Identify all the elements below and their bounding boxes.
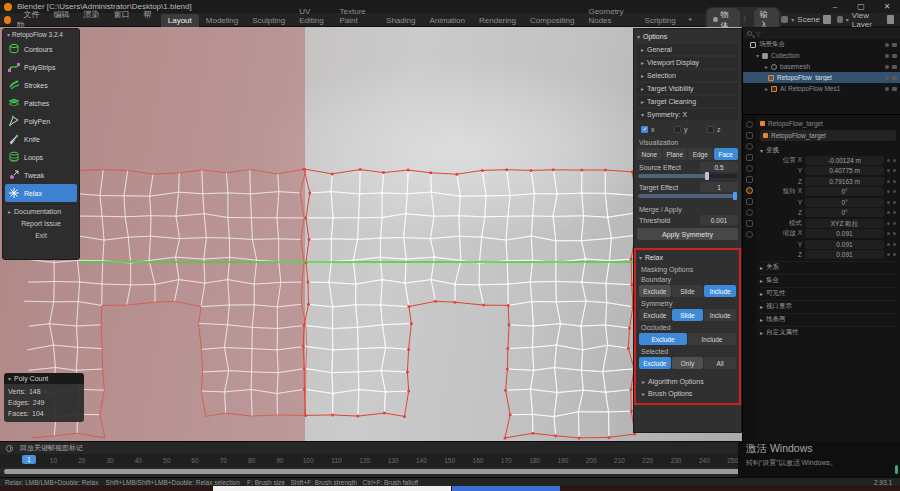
- lock-icon[interactable]: [887, 243, 890, 246]
- 3d-viewport[interactable]: [0, 27, 742, 441]
- lock-icon[interactable]: [887, 180, 890, 183]
- animate-icon[interactable]: [893, 169, 896, 172]
- animate-icon[interactable]: [893, 201, 896, 204]
- outliner-row[interactable]: RetopoFlow_target: [743, 72, 900, 83]
- selected-option-button[interactable]: Only: [672, 357, 704, 369]
- transform-value-field[interactable]: 0.091: [805, 229, 884, 238]
- animate-icon[interactable]: [893, 180, 896, 183]
- tab-render-icon[interactable]: [746, 132, 753, 139]
- boundary-option-button[interactable]: Slide: [672, 285, 704, 297]
- symmetry-option-button[interactable]: Exclude: [639, 309, 671, 321]
- timeline-menu-item[interactable]: 回放: [20, 444, 34, 451]
- tool-polypen[interactable]: PolyPen: [5, 112, 77, 130]
- options-section-row[interactable]: General: [637, 44, 738, 55]
- transform-value-field[interactable]: XYZ 欧拉: [805, 219, 884, 228]
- lock-icon[interactable]: [887, 159, 890, 162]
- source-effect-slider[interactable]: [638, 174, 737, 178]
- menubar-item[interactable]: 编辑: [46, 10, 76, 19]
- tool-contours[interactable]: Contours: [5, 40, 77, 58]
- target-effect-slider[interactable]: [638, 194, 737, 198]
- relax-subsection-row[interactable]: Brush Options: [639, 387, 736, 399]
- threshold-value[interactable]: 0.001: [700, 215, 738, 225]
- workspace-tab[interactable]: UV Editing: [292, 5, 332, 27]
- timeline-menu-item[interactable]: 关键帧: [34, 444, 55, 451]
- lock-icon[interactable]: [887, 253, 890, 256]
- selected-option-button[interactable]: All: [704, 357, 736, 369]
- visualization-mode-button[interactable]: Face: [714, 148, 739, 160]
- filter-icon[interactable]: ▽: [756, 30, 761, 37]
- animate-icon[interactable]: [893, 211, 896, 214]
- timeline-menu-item[interactable]: 标记: [69, 444, 83, 451]
- visualization-mode-button[interactable]: Edge: [688, 148, 713, 160]
- options-section-row[interactable]: Selection: [637, 70, 738, 81]
- visibility-eye-icon[interactable]: [885, 43, 889, 47]
- lock-icon[interactable]: [887, 190, 890, 193]
- boundary-option-button[interactable]: Include: [704, 285, 736, 297]
- outliner-row[interactable]: ▾ Collection: [743, 50, 900, 61]
- blender-menu-icon[interactable]: [4, 16, 11, 24]
- expand-icon[interactable]: ▸: [765, 85, 768, 92]
- target-effect-value[interactable]: 1: [700, 182, 738, 192]
- tool-relax[interactable]: Relax: [5, 184, 77, 202]
- exit-button[interactable]: Exit: [5, 229, 77, 241]
- tab-scene-icon[interactable]: [746, 165, 753, 172]
- properties-section-row[interactable]: 线条画: [760, 313, 896, 325]
- retopo-mesh[interactable]: [0, 27, 742, 441]
- tab-data-icon[interactable]: [746, 231, 753, 238]
- workspace-tab[interactable]: Geometry Nodes: [581, 5, 637, 27]
- tool-polystrips[interactable]: PolyStrips: [5, 58, 77, 76]
- collapse-icon[interactable]: [637, 33, 640, 40]
- workspace-tab[interactable]: Scripting: [638, 14, 683, 27]
- lock-icon[interactable]: [887, 232, 890, 235]
- tool-strokes[interactable]: Strokes: [5, 76, 77, 94]
- outliner-row[interactable]: ▸ AI RetopoFlow Mes1: [743, 83, 900, 94]
- animate-icon[interactable]: [893, 222, 896, 225]
- transform-value-field[interactable]: 0°: [805, 187, 884, 196]
- render-camera-icon[interactable]: [892, 65, 897, 69]
- render-camera-icon[interactable]: [892, 43, 897, 47]
- properties-section-row[interactable]: 可见性: [760, 287, 896, 299]
- symmetry-axis-checkbox[interactable]: x: [641, 126, 672, 133]
- symmetry-option-button[interactable]: Include: [704, 309, 736, 321]
- animate-icon[interactable]: [893, 253, 896, 256]
- transform-value-field[interactable]: 0°: [805, 208, 884, 217]
- occluded-option-button[interactable]: Include: [688, 333, 736, 345]
- visibility-eye-icon[interactable]: [885, 65, 889, 69]
- symmetry-option-button[interactable]: Slide: [672, 309, 704, 321]
- add-workspace-button[interactable]: +: [683, 15, 698, 24]
- new-scene-icon[interactable]: [823, 15, 831, 24]
- scrollbar-sliver[interactable]: [895, 465, 898, 474]
- render-camera-icon[interactable]: [892, 54, 897, 58]
- taskbar-highlight[interactable]: [452, 486, 560, 491]
- menubar-item[interactable]: 文件: [16, 10, 46, 19]
- tab-modifiers-icon[interactable]: [746, 198, 753, 205]
- animate-icon[interactable]: [893, 232, 896, 235]
- apply-symmetry-button[interactable]: Apply Symmetry: [637, 228, 738, 240]
- workspace-tab[interactable]: Layout: [161, 14, 199, 27]
- workspace-tab[interactable]: Modeling: [199, 14, 245, 27]
- visibility-eye-icon[interactable]: [885, 54, 889, 58]
- lock-icon[interactable]: [887, 222, 890, 225]
- workspace-tab[interactable]: Rendering: [472, 14, 523, 27]
- tab-object-icon[interactable]: [746, 187, 753, 194]
- visualization-mode-button[interactable]: Plane: [663, 148, 688, 160]
- animate-icon[interactable]: [893, 243, 896, 246]
- animate-icon[interactable]: [893, 159, 896, 162]
- timeline-scrollbar[interactable]: [4, 469, 858, 474]
- workspace-tab[interactable]: Texture Paint: [333, 5, 380, 27]
- options-section-row[interactable]: Viewport Display: [637, 57, 738, 68]
- occluded-option-button[interactable]: Exclude: [639, 333, 687, 345]
- transform-value-field[interactable]: 0.091: [805, 250, 884, 259]
- options-section-symmetry[interactable]: Symmetry: X: [637, 109, 738, 120]
- source-effect-value[interactable]: 0.5: [700, 162, 738, 172]
- animate-icon[interactable]: [893, 190, 896, 193]
- workspace-tab[interactable]: Shading: [379, 14, 422, 27]
- tab-output-icon[interactable]: [746, 143, 753, 150]
- lock-icon[interactable]: [887, 169, 890, 172]
- visibility-eye-icon[interactable]: [885, 76, 889, 80]
- relax-subsection-row[interactable]: Algorithm Options: [639, 375, 736, 387]
- workspace-tab[interactable]: Compositing: [523, 14, 581, 27]
- tool-knife[interactable]: Knife: [5, 130, 77, 148]
- properties-section-row[interactable]: 视口显示: [760, 300, 896, 312]
- tool-tweak[interactable]: Tweak: [5, 166, 77, 184]
